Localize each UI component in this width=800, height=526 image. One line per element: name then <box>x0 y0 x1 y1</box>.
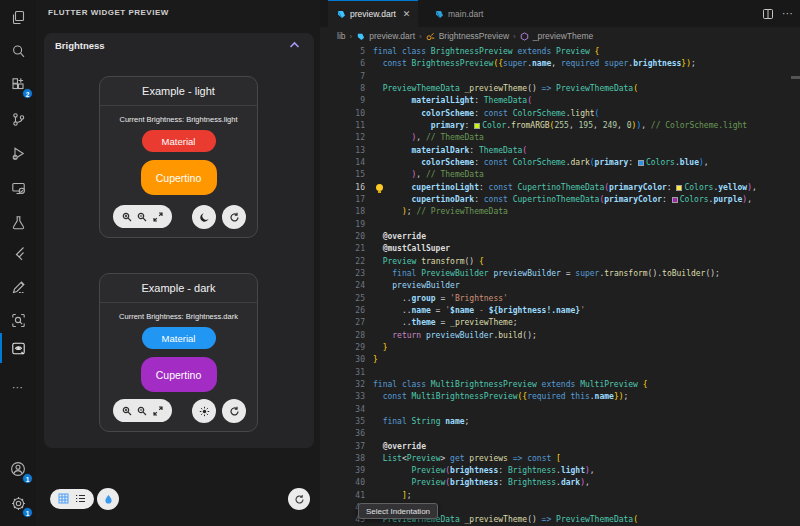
flutter-button[interactable] <box>7 242 29 264</box>
code-text: } <box>373 355 378 364</box>
grid-icon <box>58 493 69 504</box>
restart-preview-button[interactable] <box>288 488 310 510</box>
code-line: 8 PreviewThemeData _previewTheme() => Pr… <box>320 83 800 95</box>
light-mode-button[interactable] <box>192 399 216 423</box>
line-number: 36 <box>320 428 365 440</box>
line-number: 40 <box>320 477 365 489</box>
fullscreen-icon[interactable] <box>153 402 163 420</box>
material-button[interactable]: Material <box>142 130 216 152</box>
line-number: 17 <box>320 194 365 206</box>
color-swatch <box>474 123 480 129</box>
code-line: 10 colorScheme: const ColorScheme.light( <box>320 108 800 120</box>
code-text: List<Preview> get previews => const [ <box>373 454 561 463</box>
more-actions-icon[interactable]: ⋯ <box>782 7 794 20</box>
line-number: 15 <box>320 169 365 181</box>
material-button[interactable]: Material <box>142 327 216 349</box>
list-view-button[interactable] <box>75 490 86 508</box>
format-paint-button[interactable] <box>97 488 119 510</box>
code-line: 39 Preview(brightness: Brightness.light)… <box>320 465 800 477</box>
source-control-button[interactable] <box>7 108 29 130</box>
refresh-icon <box>229 406 240 417</box>
grid-view-button[interactable] <box>58 490 69 508</box>
tab-preview-dart[interactable]: preview.dart ✕ <box>328 0 418 27</box>
code-text: colorScheme: const ColorScheme.light( <box>373 109 599 118</box>
symbol-method-icon <box>520 32 529 41</box>
extensions-button[interactable]: 2 <box>7 73 29 95</box>
breadcrumb-class[interactable]: BrightnessPreview <box>439 31 509 41</box>
code-line: 14 colorScheme: const ColorScheme.dark(p… <box>320 157 800 169</box>
zoom-out-icon[interactable] <box>137 208 147 226</box>
line-number: 25 <box>320 293 365 305</box>
flutter-widget-preview-panel: FLUTTER WIDGET PREVIEW Brightness Exampl… <box>36 0 320 526</box>
accounts-button[interactable]: 1 <box>7 458 29 480</box>
card-status: Current Brightness: Brightness.dark <box>100 312 257 321</box>
zoom-in-icon[interactable] <box>122 208 132 226</box>
breadcrumb-lib[interactable]: lib <box>337 31 346 41</box>
run-debug-button[interactable] <box>7 142 29 164</box>
explorer-button[interactable] <box>7 6 29 28</box>
testing-button[interactable] <box>7 211 29 233</box>
cupertino-button[interactable]: Cupertino <box>141 357 217 392</box>
search-button[interactable] <box>7 40 29 62</box>
dark-mode-button[interactable] <box>192 205 216 229</box>
code-text: const MultiBrightnessPreview({required t… <box>373 392 628 401</box>
accounts-badge: 1 <box>22 473 33 484</box>
zoom-in-icon[interactable] <box>122 402 132 420</box>
widget-preview-button[interactable] <box>7 337 29 359</box>
zoom-out-icon[interactable] <box>137 402 147 420</box>
tab-main-dart[interactable]: main.dart <box>426 0 491 27</box>
preview-card-dark: Example - dark Current Brightness: Brigh… <box>99 273 258 432</box>
breadcrumb-file[interactable]: preview.dart <box>369 31 415 41</box>
line-number: 18 <box>320 206 365 218</box>
code-line: 17 cupertinoDark: const CupertinoThemeDa… <box>320 194 800 206</box>
preview-toolbar <box>100 205 257 228</box>
search-icon <box>11 44 26 59</box>
refresh-button[interactable] <box>222 205 246 229</box>
fullscreen-icon[interactable] <box>153 208 163 226</box>
code-text: @mustCallSuper <box>373 244 450 253</box>
code-text: Preview(brightness: Brightness.light), <box>373 466 595 475</box>
brightness-group: Brightness Example - light Current Brigh… <box>44 33 314 448</box>
code-line: 21 @mustCallSuper <box>320 243 800 255</box>
line-number: 14 <box>320 157 365 169</box>
refresh-button[interactable] <box>222 399 246 423</box>
more-views-button[interactable]: ⋯ <box>7 376 29 398</box>
settings-button[interactable]: 1 <box>7 492 29 514</box>
line-number: 28 <box>320 330 365 342</box>
brightness-group-header[interactable]: Brightness <box>44 33 314 59</box>
pencil-icon <box>11 280 26 295</box>
code-text: } <box>373 343 387 352</box>
code-text: cupertinoLight: const CupertinoThemeData… <box>373 183 757 192</box>
split-editor-icon[interactable] <box>762 8 774 20</box>
line-number: 23 <box>320 268 365 280</box>
line-number: 12 <box>320 132 365 144</box>
line-number: 24 <box>320 280 365 292</box>
code-text: ), // ThemeData <box>373 133 484 142</box>
line-number: 29 <box>320 342 365 354</box>
code-area[interactable]: 5final class BrightnessPreview extends P… <box>320 46 800 526</box>
widget-inspector-button[interactable] <box>7 309 29 331</box>
flutter-outline-button[interactable] <box>7 276 29 298</box>
chevron-right-icon: › <box>350 32 353 41</box>
layout-switcher <box>50 489 94 509</box>
source-control-icon <box>11 112 26 127</box>
cupertino-button[interactable]: Cupertino <box>141 160 217 195</box>
code-line: 5final class BrightnessPreview extends P… <box>320 46 800 58</box>
remote-explorer-button[interactable] <box>7 177 29 199</box>
dart-icon <box>356 32 365 41</box>
code-line: 26 ..name = '$name - ${brightness!.name}… <box>320 305 800 317</box>
code-text: final class MultiBrightnessPreview exten… <box>373 380 648 389</box>
breadcrumb-method[interactable]: _previewTheme <box>533 31 593 41</box>
card-status: Current Brightness: Brightness.light <box>100 115 257 124</box>
code-line: 11 primary: Color.fromARGB(255, 195, 249… <box>320 120 800 132</box>
ellipsis-icon: ⋯ <box>12 381 24 394</box>
line-number: 10 <box>320 108 365 120</box>
code-line: 31 <box>320 367 800 379</box>
chevron-up-icon[interactable] <box>289 41 300 49</box>
scan-search-icon <box>11 313 26 328</box>
line-number: 8 <box>320 83 365 95</box>
close-icon[interactable]: ✕ <box>403 9 411 19</box>
line-number: 16 <box>320 182 365 194</box>
code-text: return previewBuilder.build(); <box>373 331 537 340</box>
code-line: 19 <box>320 219 800 231</box>
